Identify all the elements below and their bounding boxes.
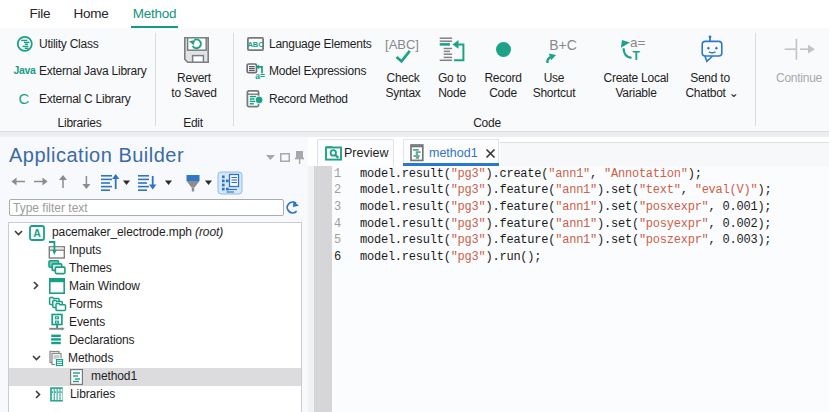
svg-text:T: T — [633, 49, 641, 63]
svg-text:A: A — [33, 227, 41, 239]
svg-text:a=: a= — [255, 71, 265, 81]
